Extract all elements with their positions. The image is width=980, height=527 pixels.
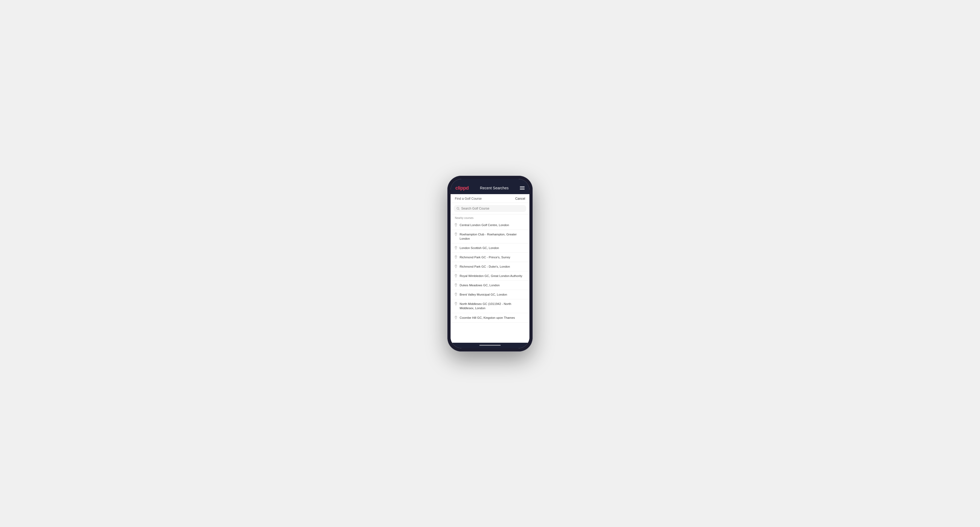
location-pin-icon: [454, 316, 458, 319]
course-name: Coombe Hill GC, Kingston upon Thames: [460, 316, 515, 320]
course-name: Brent Valley Municipal GC, London: [460, 292, 507, 297]
course-name: London Scottish GC, London: [460, 246, 499, 250]
svg-point-4: [456, 247, 457, 248]
list-item[interactable]: Richmond Park GC - Duke's, London: [450, 262, 530, 271]
list-item[interactable]: Dukes Meadows GC, London: [450, 281, 530, 290]
location-pin-icon: [454, 256, 458, 259]
status-bar: [450, 179, 530, 183]
list-item[interactable]: North Middlesex GC (1011942 - North Midd…: [450, 299, 530, 313]
location-pin-icon: [454, 274, 458, 278]
location-pin-icon: [454, 246, 458, 250]
cancel-button[interactable]: Cancel: [515, 197, 525, 200]
course-list: Central London Golf Centre, LondonRoeham…: [450, 221, 530, 343]
phone-screen: clippd Recent Searches Find a Golf Cours…: [450, 179, 530, 348]
svg-point-0: [457, 207, 459, 209]
find-bar: Find a Golf Course Cancel: [450, 194, 530, 203]
list-item[interactable]: Roehampton Club - Roehampton, Greater Lo…: [450, 230, 530, 243]
search-icon: [457, 207, 460, 210]
home-bar: [479, 345, 501, 346]
list-item[interactable]: Central London Golf Centre, London: [450, 221, 530, 230]
svg-point-10: [456, 303, 457, 303]
location-pin-icon: [454, 265, 458, 268]
svg-point-8: [456, 284, 457, 285]
home-indicator: [450, 343, 530, 348]
location-pin-icon: [454, 232, 458, 236]
phone-device: clippd Recent Searches Find a Golf Cours…: [447, 176, 533, 351]
location-pin-icon: [454, 223, 458, 227]
svg-point-9: [456, 294, 457, 294]
course-name: Richmond Park GC - Prince's, Surrey: [460, 255, 510, 259]
list-item[interactable]: Richmond Park GC - Prince's, Surrey: [450, 253, 530, 262]
course-name: North Middlesex GC (1011942 - North Midd…: [460, 302, 526, 310]
svg-line-1: [458, 209, 459, 210]
svg-point-7: [456, 275, 457, 276]
list-item[interactable]: Brent Valley Municipal GC, London: [450, 290, 530, 299]
course-name: Royal Wimbledon GC, Great London Authori…: [460, 274, 522, 278]
app-header: clippd Recent Searches: [450, 183, 530, 194]
list-item[interactable]: London Scottish GC, London: [450, 243, 530, 253]
svg-point-5: [456, 256, 457, 257]
find-bar-label: Find a Golf Course: [455, 197, 482, 200]
svg-point-2: [456, 224, 457, 225]
search-box: [454, 205, 526, 212]
course-name: Roehampton Club - Roehampton, Greater Lo…: [460, 232, 526, 241]
location-pin-icon: [454, 293, 458, 296]
search-input[interactable]: [461, 206, 523, 210]
location-pin-icon: [454, 283, 458, 287]
location-pin-icon: [454, 302, 458, 306]
nearby-section-label: Nearby courses: [450, 214, 530, 221]
svg-point-3: [456, 233, 457, 234]
course-name: Richmond Park GC - Duke's, London: [460, 264, 510, 269]
course-name: Central London Golf Centre, London: [460, 223, 509, 227]
app-logo: clippd: [455, 185, 469, 191]
list-item[interactable]: Coombe Hill GC, Kingston upon Thames: [450, 313, 530, 322]
search-container: [450, 203, 530, 214]
course-name: Dukes Meadows GC, London: [460, 283, 500, 287]
hamburger-menu-icon[interactable]: [520, 186, 525, 190]
svg-point-6: [456, 265, 457, 266]
svg-point-11: [456, 317, 457, 317]
list-item[interactable]: Royal Wimbledon GC, Great London Authori…: [450, 271, 530, 281]
header-title: Recent Searches: [480, 186, 508, 190]
